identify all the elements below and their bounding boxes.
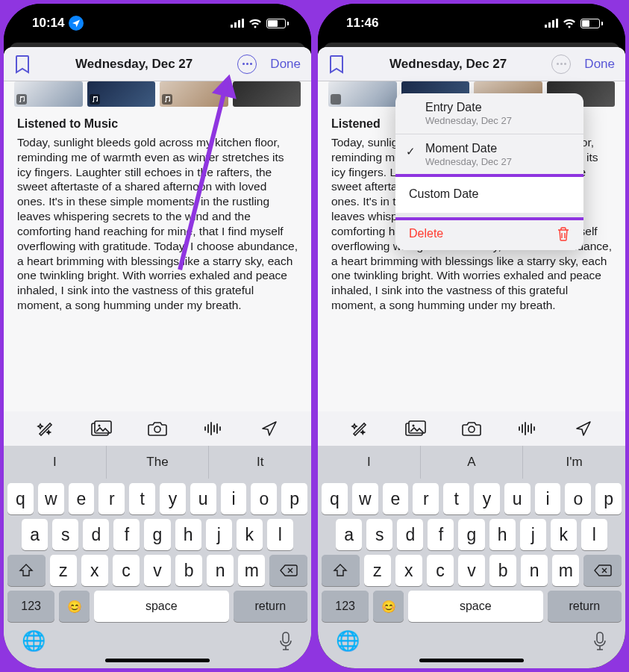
key-q[interactable]: q — [7, 483, 34, 514]
location-toolbar-icon[interactable] — [572, 418, 595, 439]
key-v[interactable]: v — [144, 555, 171, 586]
suggestion[interactable]: A — [421, 446, 524, 479]
globe-icon[interactable]: 🌐 — [22, 629, 46, 653]
return-key[interactable]: return — [548, 591, 622, 622]
key-q[interactable]: q — [322, 483, 348, 514]
key-s[interactable]: s — [52, 519, 78, 550]
key-n[interactable]: n — [521, 555, 548, 586]
key-n[interactable]: n — [207, 555, 234, 586]
shift-key[interactable] — [322, 555, 360, 586]
key-y[interactable]: y — [474, 483, 500, 514]
key-x[interactable]: x — [81, 555, 108, 586]
key-c[interactable]: c — [113, 555, 140, 586]
more-button[interactable] — [551, 55, 571, 74]
key-j[interactable]: j — [520, 519, 546, 550]
thumbnail[interactable] — [14, 81, 83, 107]
key-s[interactable]: s — [366, 519, 392, 550]
key-a[interactable]: a — [22, 519, 48, 550]
key-f[interactable]: f — [428, 519, 454, 550]
key-d[interactable]: d — [397, 519, 423, 550]
thumbnail[interactable] — [160, 81, 228, 107]
camera-icon[interactable] — [460, 418, 483, 439]
bookmark-icon[interactable] — [328, 55, 345, 74]
suggestion[interactable]: It — [209, 446, 311, 479]
menu-moment-date[interactable]: ✓ Moment Date Wednesday, Dec 27 — [395, 134, 583, 175]
space-key[interactable]: space — [408, 591, 543, 622]
gallery-icon[interactable] — [90, 418, 113, 439]
key-f[interactable]: f — [113, 519, 140, 550]
mic-icon[interactable] — [592, 632, 607, 651]
key-h[interactable]: h — [489, 519, 516, 550]
thumbnail[interactable] — [87, 81, 156, 107]
key-g[interactable]: g — [458, 519, 484, 550]
bookmark-icon[interactable] — [14, 55, 31, 74]
thumbnail[interactable] — [233, 81, 301, 107]
magic-icon[interactable] — [34, 418, 57, 439]
camera-icon[interactable] — [146, 418, 169, 439]
done-button[interactable]: Done — [584, 57, 615, 72]
backspace-key[interactable] — [583, 555, 622, 586]
emoji-key[interactable]: 😊 — [373, 591, 404, 622]
key-e[interactable]: e — [383, 483, 409, 514]
key-x[interactable]: x — [395, 555, 422, 586]
key-o[interactable]: o — [565, 483, 591, 514]
key-a[interactable]: a — [336, 519, 362, 550]
suggestion[interactable]: I'm — [523, 446, 625, 479]
key-l[interactable]: l — [581, 519, 607, 550]
key-p[interactable]: p — [281, 483, 307, 514]
key-u[interactable]: u — [504, 483, 531, 514]
menu-custom-date[interactable]: Custom Date — [395, 175, 583, 213]
suggestion[interactable]: I — [318, 446, 421, 479]
key-w[interactable]: w — [352, 483, 378, 514]
globe-icon[interactable]: 🌐 — [336, 629, 360, 653]
key-y[interactable]: y — [160, 483, 186, 514]
key-b[interactable]: b — [489, 555, 516, 586]
key-g[interactable]: g — [144, 519, 170, 550]
mic-icon[interactable] — [278, 632, 293, 651]
menu-entry-date[interactable]: Entry Date Wednesday, Dec 27 — [395, 93, 583, 134]
magic-icon[interactable] — [348, 418, 371, 439]
done-button[interactable]: Done — [270, 57, 301, 72]
key-h[interactable]: h — [175, 519, 201, 550]
key-k[interactable]: k — [551, 519, 577, 550]
home-indicator[interactable] — [419, 659, 524, 662]
backspace-key[interactable] — [269, 555, 307, 586]
entry-content[interactable]: Listened to Music Today, sunlight bleeds… — [4, 111, 311, 411]
shift-key[interactable] — [7, 555, 46, 586]
more-button[interactable] — [237, 55, 257, 74]
key-i[interactable]: i — [221, 483, 247, 514]
key-b[interactable]: b — [175, 555, 202, 586]
key-w[interactable]: w — [38, 483, 64, 514]
key-e[interactable]: e — [69, 483, 95, 514]
key-k[interactable]: k — [237, 519, 263, 550]
suggestion[interactable]: The — [107, 446, 210, 479]
key-r[interactable]: r — [98, 483, 125, 514]
key-u[interactable]: u — [190, 483, 216, 514]
menu-delete[interactable]: Delete — [395, 217, 583, 250]
key-d[interactable]: d — [83, 519, 109, 550]
key-z[interactable]: z — [50, 555, 77, 586]
thumbnail[interactable] — [328, 81, 397, 107]
return-key[interactable]: return — [234, 591, 307, 622]
emoji-key[interactable]: 😊 — [59, 591, 90, 622]
key-j[interactable]: j — [206, 519, 232, 550]
key-v[interactable]: v — [458, 555, 485, 586]
key-123[interactable]: 123 — [7, 591, 54, 622]
home-indicator[interactable] — [105, 659, 210, 662]
key-t[interactable]: t — [129, 483, 155, 514]
key-t[interactable]: t — [443, 483, 469, 514]
suggestion[interactable]: I — [4, 446, 107, 479]
key-c[interactable]: c — [427, 555, 454, 586]
gallery-icon[interactable] — [404, 418, 427, 439]
key-m[interactable]: m — [238, 555, 265, 586]
audio-icon[interactable] — [516, 418, 539, 439]
space-key[interactable]: space — [94, 591, 229, 622]
key-z[interactable]: z — [364, 555, 391, 586]
location-toolbar-icon[interactable] — [258, 418, 281, 439]
key-l[interactable]: l — [267, 519, 293, 550]
key-m[interactable]: m — [552, 555, 579, 586]
audio-icon[interactable] — [202, 418, 225, 439]
key-p[interactable]: p — [595, 483, 622, 514]
key-123[interactable]: 123 — [322, 591, 369, 622]
key-o[interactable]: o — [251, 483, 277, 514]
